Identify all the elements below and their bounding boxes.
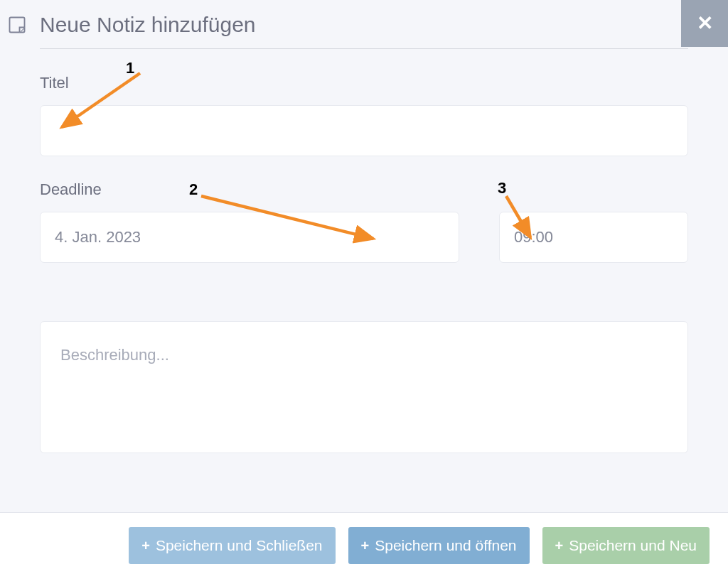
deadline-time-label [499,180,688,199]
deadline-time-col [499,180,688,263]
description-textarea[interactable] [40,321,688,453]
save-and-close-button[interactable]: + Speichern und Schließen [129,527,335,564]
save-and-close-label: Speichern und Schließen [156,537,323,554]
save-and-new-button[interactable]: + Speichern und Neu [542,527,710,564]
divider [40,48,688,49]
deadline-row: Deadline [40,180,688,263]
annotation-number-1: 1 [126,59,134,77]
add-note-modal: Neue Notiz hinzufügen ✕ Titel Deadline 1… [0,0,728,456]
close-button[interactable]: ✕ [681,0,728,47]
plus-icon: + [361,538,370,553]
title-label: Titel [40,74,688,92]
title-input[interactable] [40,105,688,156]
deadline-date-input[interactable] [40,212,459,263]
save-and-open-label: Speichern und öffnen [375,537,516,554]
deadline-label: Deadline [40,180,459,199]
annotation-number-3: 3 [498,179,506,197]
plus-icon: + [141,538,150,553]
modal-title: Neue Notiz hinzufügen [40,13,256,37]
save-and-open-button[interactable]: + Speichern und öffnen [348,527,530,564]
modal-header: Neue Notiz hinzufügen [0,13,728,48]
save-and-new-label: Speichern und Neu [569,537,697,554]
annotation-number-2: 2 [189,180,198,199]
deadline-time-input[interactable] [499,212,688,263]
modal-footer: + Speichern und Schließen + Speichern un… [0,512,728,574]
modal-body: Titel Deadline 1 2 3 [0,74,728,456]
note-icon [7,15,27,35]
deadline-date-col: Deadline [40,180,459,263]
close-icon: ✕ [697,13,713,33]
plus-icon: + [555,538,564,553]
